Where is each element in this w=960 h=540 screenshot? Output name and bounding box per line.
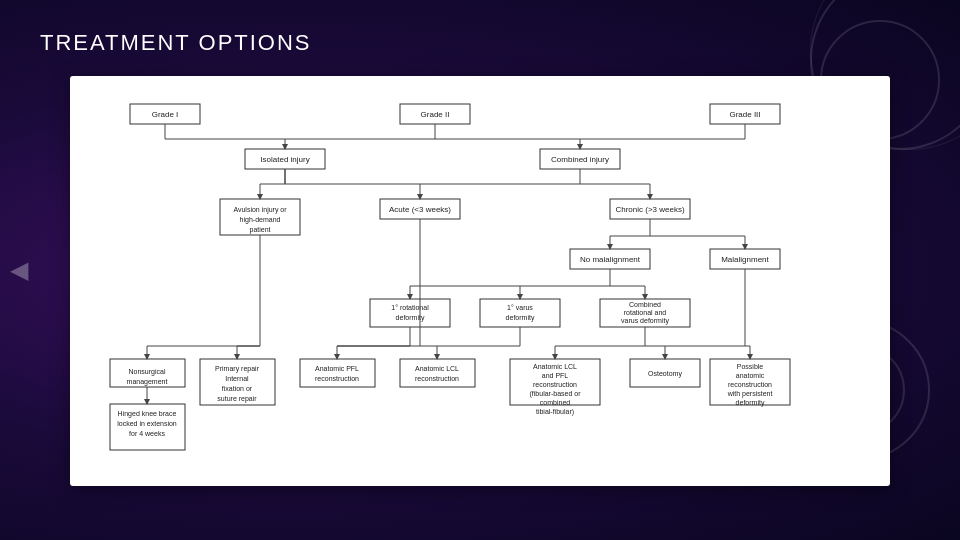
svg-text:Avulsion injury or: Avulsion injury or	[233, 206, 287, 214]
svg-text:combined: combined	[540, 399, 570, 406]
svg-text:varus deformity: varus deformity	[621, 317, 669, 325]
flowchart-svg: .box { fill: white; stroke: #333; stroke…	[90, 94, 870, 464]
svg-text:Anatomic LCL: Anatomic LCL	[533, 363, 577, 370]
svg-text:rotational and: rotational and	[624, 309, 667, 316]
svg-text:Primary repair: Primary repair	[215, 365, 260, 373]
svg-text:Anatomic PFL: Anatomic PFL	[315, 365, 359, 372]
svg-text:Hinged knee brace: Hinged knee brace	[118, 410, 177, 418]
svg-text:1° rotational: 1° rotational	[391, 304, 429, 311]
svg-text:locked in extension: locked in extension	[117, 420, 177, 427]
svg-text:Combined: Combined	[629, 301, 661, 308]
svg-text:deformity: deformity	[506, 314, 535, 322]
svg-text:Isolated injury: Isolated injury	[260, 155, 309, 164]
svg-text:Grade II: Grade II	[421, 110, 450, 119]
svg-text:Acute (<3 weeks): Acute (<3 weeks)	[389, 205, 451, 214]
svg-text:Anatomic LCL: Anatomic LCL	[415, 365, 459, 372]
svg-text:Chronic (>3 weeks): Chronic (>3 weeks)	[615, 205, 684, 214]
svg-text:Possible: Possible	[737, 363, 764, 370]
svg-text:Grade I: Grade I	[152, 110, 179, 119]
svg-text:Internal: Internal	[225, 375, 249, 382]
svg-text:tibial-fibular): tibial-fibular)	[536, 408, 574, 416]
page-title: TREATMENT OPTIONS	[40, 30, 920, 56]
svg-rect-74	[400, 359, 475, 387]
svg-text:management: management	[127, 378, 168, 386]
svg-text:and PFL: and PFL	[542, 372, 569, 379]
svg-text:reconstruction: reconstruction	[415, 375, 459, 382]
svg-text:Nonsurgical: Nonsurgical	[129, 368, 166, 376]
svg-text:for 4 weeks: for 4 weeks	[129, 430, 165, 437]
svg-text:No malalignment: No malalignment	[580, 255, 641, 264]
svg-text:Malalignment: Malalignment	[721, 255, 769, 264]
main-content: TREATMENT OPTIONS .box { fill: white; st…	[0, 0, 960, 506]
diagram-container: .box { fill: white; stroke: #333; stroke…	[70, 76, 890, 486]
svg-text:reconstruction: reconstruction	[533, 381, 577, 388]
svg-text:deformity: deformity	[736, 399, 765, 407]
svg-text:fixation or: fixation or	[222, 385, 253, 392]
svg-text:(fibular-based or: (fibular-based or	[530, 390, 582, 398]
svg-text:Combined injury: Combined injury	[551, 155, 609, 164]
svg-text:with persistent: with persistent	[727, 390, 773, 398]
svg-rect-71	[300, 359, 375, 387]
svg-text:high-demand: high-demand	[240, 216, 281, 224]
svg-text:patient: patient	[249, 226, 270, 234]
svg-text:anatomic: anatomic	[736, 372, 765, 379]
svg-text:1° varus: 1° varus	[507, 304, 533, 311]
svg-text:Grade III: Grade III	[729, 110, 760, 119]
svg-text:suture repair: suture repair	[217, 395, 257, 403]
svg-text:reconstruction: reconstruction	[728, 381, 772, 388]
svg-text:reconstruction: reconstruction	[315, 375, 359, 382]
svg-text:Osteotomy: Osteotomy	[648, 370, 682, 378]
